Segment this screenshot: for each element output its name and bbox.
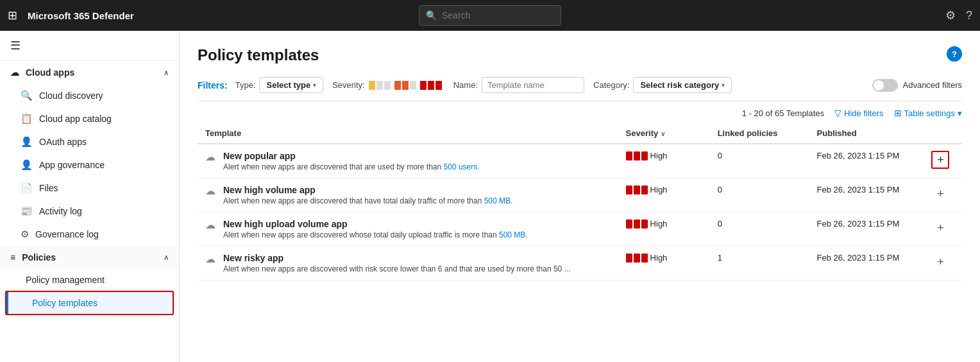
sev-bar-2 bbox=[634, 220, 640, 228]
sort-icon: ∨ bbox=[661, 130, 665, 137]
page-title: Policy templates bbox=[198, 46, 319, 64]
sidebar-item-label: Cloud discovery bbox=[39, 90, 103, 101]
type-value: Select type bbox=[266, 80, 310, 90]
sidebar-section-policies[interactable]: ≡ Policies ∧ bbox=[0, 246, 179, 269]
sidebar-item-governance-log[interactable]: ⚙ Governance log bbox=[0, 223, 179, 246]
sidebar-item-label: Files bbox=[39, 183, 58, 193]
template-name: New high volume app bbox=[223, 185, 512, 195]
severity-low-button[interactable] bbox=[369, 81, 391, 90]
type-select-button[interactable]: Select type ▾ bbox=[259, 77, 323, 93]
col-header-linked: Linked policies bbox=[710, 123, 809, 144]
sidebar-item-oauth-apps[interactable]: 👤 OAuth apps bbox=[0, 130, 179, 153]
search-bar[interactable]: 🔍 bbox=[419, 5, 561, 26]
grid-icon[interactable]: ⊞ bbox=[8, 8, 17, 22]
hide-filters-button[interactable]: ▽ Hide filters bbox=[834, 108, 883, 118]
content-header: Policy templates ? bbox=[198, 46, 962, 77]
template-icon: ☁ bbox=[205, 151, 215, 163]
sev-sq-4 bbox=[394, 81, 401, 90]
sev-bar-3 bbox=[641, 185, 648, 194]
name-filter: Name: bbox=[453, 77, 584, 93]
sidebar-item-label: Activity log bbox=[39, 206, 82, 216]
hide-filters-label: Hide filters bbox=[844, 108, 883, 118]
help-button[interactable]: ? bbox=[966, 9, 972, 22]
hamburger-button[interactable]: ☰ bbox=[0, 31, 179, 61]
sidebar-item-cloud-discovery[interactable]: 🔍 Cloud discovery bbox=[0, 84, 179, 107]
policy-templates-table: Template Severity ∨ Linked policies Publ… bbox=[198, 123, 962, 280]
severity-label: High bbox=[650, 151, 668, 160]
template-icon: ☁ bbox=[205, 253, 215, 265]
table-body: ☁ New popular app Alert when new apps ar… bbox=[198, 144, 962, 280]
published-date: Feb 26, 2023 1:15 PM bbox=[817, 253, 900, 263]
severity-high-button[interactable] bbox=[420, 81, 442, 90]
desc-link[interactable]: 500 MB. bbox=[484, 196, 513, 205]
sev-bar-2 bbox=[634, 151, 640, 160]
sidebar-item-label: Governance log bbox=[35, 229, 99, 239]
table-settings-button[interactable]: ⊞ Table settings ▾ bbox=[894, 108, 963, 118]
published-date: Feb 26, 2023 1:15 PM bbox=[817, 185, 900, 194]
col-header-template: Template bbox=[198, 123, 618, 144]
app-title: Microsoft 365 Defender bbox=[28, 10, 134, 21]
chevron-down-icon: ▾ bbox=[958, 108, 962, 118]
template-name: New popular app bbox=[223, 151, 480, 161]
table-count: 1 - 20 of 65 Templates bbox=[742, 108, 824, 118]
files-icon: 📄 bbox=[21, 182, 33, 194]
name-input[interactable] bbox=[482, 77, 584, 93]
sev-bar-1 bbox=[626, 254, 632, 263]
add-policy-button[interactable]: + bbox=[931, 185, 949, 203]
desc-link[interactable]: 500 users. bbox=[444, 162, 480, 171]
advanced-filters-label: Advanced filters bbox=[903, 80, 963, 90]
sev-bar-2 bbox=[634, 185, 640, 194]
sidebar: ☰ ☁ Cloud apps ∧ 🔍 Cloud discovery 📋 Clo… bbox=[0, 31, 180, 362]
published-date: Feb 26, 2023 1:15 PM bbox=[817, 219, 900, 228]
help-icon[interactable]: ? bbox=[947, 46, 962, 62]
severity-badge: High bbox=[626, 219, 702, 228]
chevron-down-icon: ▾ bbox=[722, 82, 725, 89]
col-header-published: Published bbox=[809, 123, 924, 144]
oauth-icon: 👤 bbox=[21, 136, 33, 148]
severity-icons bbox=[369, 81, 442, 90]
add-policy-button[interactable]: + bbox=[931, 219, 949, 237]
sidebar-item-label: Cloud app catalog bbox=[39, 114, 112, 124]
chevron-up-icon: ∧ bbox=[164, 69, 169, 77]
main-layout: ☰ ☁ Cloud apps ∧ 🔍 Cloud discovery 📋 Clo… bbox=[0, 31, 980, 362]
table-icon: ⊞ bbox=[894, 108, 902, 118]
severity-bars bbox=[626, 254, 648, 263]
desc-link[interactable]: 500 MB. bbox=[499, 230, 528, 239]
sidebar-item-label: App governance bbox=[39, 160, 105, 170]
sev-sq-5 bbox=[402, 81, 409, 90]
cloud-apps-label: Cloud apps bbox=[26, 67, 74, 78]
sidebar-item-policy-management[interactable]: Policy management bbox=[0, 269, 179, 291]
sev-sq-1 bbox=[369, 81, 375, 90]
add-policy-button[interactable]: + bbox=[931, 151, 949, 169]
severity-bars bbox=[626, 220, 648, 228]
sev-bar-3 bbox=[641, 151, 648, 160]
add-policy-button[interactable]: + bbox=[931, 253, 949, 271]
template-description: Alert when new apps are discovered that … bbox=[223, 162, 480, 171]
sidebar-subitem-label: Policy templates bbox=[32, 298, 97, 308]
template-name: New high upload volume app bbox=[223, 219, 528, 229]
advanced-filters-toggle[interactable] bbox=[872, 79, 898, 92]
col-header-severity[interactable]: Severity ∨ bbox=[618, 123, 710, 144]
catalog-icon: 📋 bbox=[21, 113, 33, 125]
sev-sq-6 bbox=[410, 81, 416, 90]
sidebar-item-files[interactable]: 📄 Files bbox=[0, 177, 179, 200]
table-row: ☁ New popular app Alert when new apps ar… bbox=[198, 144, 962, 178]
template-description: Alert when new apps are discovered whose… bbox=[223, 230, 528, 239]
sidebar-item-app-governance[interactable]: 👤 App governance bbox=[0, 153, 179, 177]
search-icon: 🔍 bbox=[426, 10, 437, 21]
severity-medium-button[interactable] bbox=[394, 81, 416, 90]
category-select-button[interactable]: Select risk category ▾ bbox=[633, 77, 732, 93]
template-description: Alert when new apps are discovered with … bbox=[223, 264, 571, 273]
sidebar-item-activity-log[interactable]: 📰 Activity log bbox=[0, 200, 179, 223]
severity-label: High bbox=[650, 219, 668, 228]
search-input[interactable] bbox=[442, 10, 554, 21]
sidebar-item-policy-templates[interactable]: Policy templates bbox=[6, 292, 173, 314]
settings-button[interactable]: ⚙ bbox=[945, 8, 956, 22]
activity-icon: 📰 bbox=[21, 205, 33, 217]
sidebar-section-cloud-apps[interactable]: ☁ Cloud apps ∧ bbox=[0, 61, 179, 84]
linked-count: 0 bbox=[718, 185, 722, 194]
sidebar-item-cloud-app-catalog[interactable]: 📋 Cloud app catalog bbox=[0, 107, 179, 130]
severity-badge: High bbox=[626, 185, 702, 194]
template-icon: ☁ bbox=[205, 185, 215, 197]
severity-filter: Severity: bbox=[332, 80, 444, 90]
